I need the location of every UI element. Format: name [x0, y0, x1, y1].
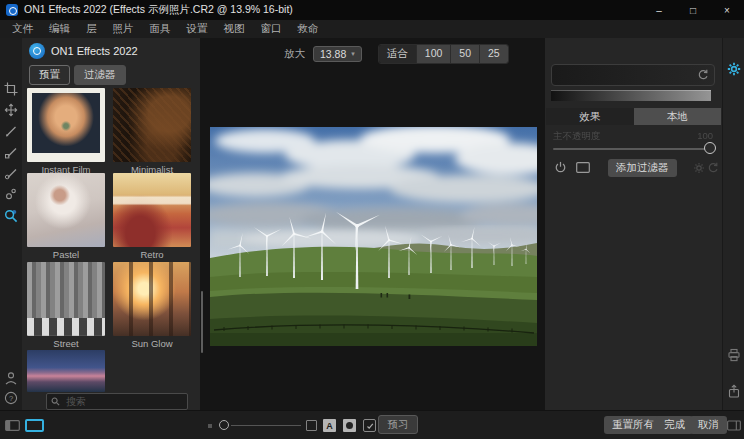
menu-settings[interactable]: 设置: [179, 22, 216, 36]
single-view-icon[interactable]: [25, 419, 44, 432]
window-controls: – □ ×: [642, 0, 744, 20]
menu-photo[interactable]: 照片: [105, 22, 142, 36]
help-icon[interactable]: ?: [4, 391, 18, 405]
tab-filters[interactable]: 过滤器: [74, 65, 126, 85]
fit-button[interactable]: 适合: [379, 45, 417, 63]
effects-magnifier-icon[interactable]: [4, 209, 18, 223]
zoom-out-dot[interactable]: [208, 424, 212, 428]
tab-presets[interactable]: 预置: [29, 65, 70, 85]
panel-title: ON1 Effects 2022: [51, 45, 138, 57]
window-title: ON1 Effects 2022 (Effects 示例照片.CR2 @ 13.…: [24, 3, 293, 17]
gamut-check-icon[interactable]: [363, 419, 376, 432]
panel-scrollbar[interactable]: [201, 291, 203, 353]
mask-preview-icon[interactable]: [576, 162, 590, 173]
gradient-strip: [551, 90, 711, 101]
close-button[interactable]: ×: [710, 0, 744, 20]
export-icon[interactable]: [727, 384, 741, 398]
tab-local[interactable]: 本地: [634, 108, 722, 125]
power-toggle-icon[interactable]: [554, 161, 567, 174]
mask-circle-icon[interactable]: [343, 419, 356, 432]
reset-arrow-icon[interactable]: [697, 69, 709, 81]
bottom-bar: A 预习 重置所有 完成 取消: [0, 410, 744, 439]
preset-instant-film[interactable]: Instant Film: [27, 88, 105, 175]
filter-actions-row: 添加过滤器: [545, 159, 722, 179]
preset-thumbnail: [113, 88, 191, 162]
preset-label: Pastel: [27, 249, 105, 260]
menu-file[interactable]: 文件: [4, 22, 41, 36]
zoom-presets: 适合 100 50 25: [378, 44, 509, 64]
menubar: 文件 编辑 层 照片 面具 设置 视图 窗口 救命: [0, 20, 744, 38]
printer-icon[interactable]: [727, 348, 741, 362]
on1-effects-window: ON1 Effects 2022 (Effects 示例照片.CR2 @ 13.…: [0, 0, 744, 439]
zoom-100-button[interactable]: 100: [417, 45, 452, 63]
canvas-area: 放大 13.88 ▾ 适合 100 50 25: [200, 38, 545, 410]
chevron-down-icon: ▾: [351, 50, 355, 58]
preset-label: Retro: [113, 249, 191, 260]
add-filter-button[interactable]: 添加过滤器: [608, 159, 677, 177]
menu-view[interactable]: 视图: [216, 22, 253, 36]
effects-panel: 效果 本地 主不透明度 100 添加过滤器: [545, 38, 722, 410]
blemish-icon[interactable]: [4, 187, 18, 201]
preset-pastel[interactable]: Pastel: [27, 173, 105, 260]
reset-all-button[interactable]: 重置所有: [604, 416, 662, 434]
menu-mask[interactable]: 面具: [142, 22, 179, 36]
preset-filter-tabs: 预置 过滤器: [29, 65, 126, 85]
avatar-icon[interactable]: [4, 371, 18, 385]
master-opacity-row: 主不透明度 100: [553, 130, 713, 143]
search-input[interactable]: [64, 395, 168, 408]
filter-gear-icon[interactable]: [693, 162, 705, 174]
maximize-button[interactable]: □: [676, 0, 710, 20]
right-tool-rail: [722, 38, 744, 410]
photo-windmills[interactable]: [210, 127, 537, 346]
split-view-icon[interactable]: [5, 420, 20, 431]
preset-search: [46, 393, 188, 410]
menu-window[interactable]: 窗口: [253, 22, 290, 36]
preset-label: Street: [27, 338, 105, 349]
zoom-slider-track[interactable]: [231, 425, 301, 427]
preset-thumbnail: [113, 262, 191, 336]
tab-effects[interactable]: 效果: [546, 108, 634, 125]
minimize-button[interactable]: –: [642, 0, 676, 20]
check-mark-icon: [366, 422, 374, 430]
crop-icon[interactable]: [4, 82, 18, 96]
panel-toggle-icon[interactable]: [727, 420, 741, 431]
move-icon[interactable]: [4, 103, 18, 117]
preset-thumbnail: [27, 88, 105, 162]
local-brush-icon[interactable]: [4, 166, 18, 180]
preset-retro[interactable]: Retro: [113, 173, 191, 260]
menu-help[interactable]: 救命: [290, 22, 327, 36]
cancel-button[interactable]: 取消: [690, 416, 727, 434]
zoom-select[interactable]: 13.88 ▾: [313, 46, 362, 62]
zoom-slider-handle[interactable]: [219, 420, 229, 430]
zoom-50-button[interactable]: 50: [451, 45, 480, 63]
master-opacity-handle[interactable]: [704, 142, 716, 154]
preset-mountain[interactable]: [27, 350, 105, 394]
zoom-value: 13.88: [320, 48, 346, 60]
zoom-25-button[interactable]: 25: [480, 45, 508, 63]
left-tool-rail: ?: [0, 38, 22, 410]
masking-brush-icon[interactable]: [4, 145, 18, 159]
preview-button[interactable]: 预习: [378, 415, 418, 434]
proof-a-icon[interactable]: A: [323, 419, 336, 432]
done-button[interactable]: 完成: [656, 416, 693, 434]
zoom-toolbar: 放大 13.88 ▾ 适合 100 50 25: [284, 44, 509, 64]
titlebar: ON1 Effects 2022 (Effects 示例照片.CR2 @ 13.…: [0, 0, 744, 20]
master-opacity-label: 主不透明度: [553, 130, 601, 143]
preset-label: Sun Glow: [113, 338, 191, 349]
compare-box-icon[interactable]: [306, 420, 317, 431]
master-opacity-track[interactable]: [553, 148, 711, 150]
preset-panel: ON1 Effects 2022 预置 过滤器 Instant Film Min…: [22, 38, 200, 410]
preset-sun-glow[interactable]: Sun Glow: [113, 262, 191, 349]
menu-edit[interactable]: 编辑: [41, 22, 78, 36]
zoom-label: 放大: [284, 47, 305, 61]
preset-street[interactable]: Street: [27, 262, 105, 349]
undo-arrow-icon[interactable]: [707, 162, 719, 174]
search-icon: [51, 397, 60, 406]
settings-gear-icon[interactable]: [727, 62, 741, 76]
menu-layer[interactable]: 层: [78, 22, 105, 36]
preset-thumbnail: [27, 262, 105, 336]
preset-minimalist[interactable]: Minimalist: [113, 88, 191, 175]
refine-brush-icon[interactable]: [4, 124, 18, 138]
preset-strip[interactable]: [551, 64, 715, 86]
preset-thumbnail: [27, 173, 105, 247]
